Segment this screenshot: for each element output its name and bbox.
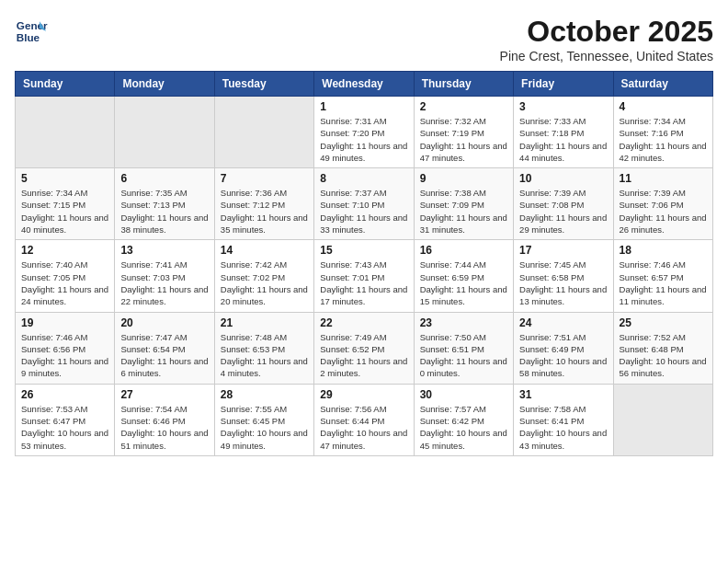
weekday-header: Wednesday: [314, 72, 414, 97]
day-number: 13: [120, 244, 208, 257]
calendar-week-row: 5Sunrise: 7:34 AMSunset: 7:15 PMDaylight…: [16, 168, 713, 240]
day-info: Sunrise: 7:58 AMSunset: 6:41 PMDaylight:…: [519, 403, 607, 452]
day-info: Sunrise: 7:38 AMSunset: 7:09 PMDaylight:…: [420, 187, 507, 236]
day-info: Sunrise: 7:41 AMSunset: 7:03 PMDaylight:…: [120, 259, 208, 307]
logo-icon: General Blue: [15, 15, 48, 48]
day-number: 10: [519, 172, 607, 185]
day-info: Sunrise: 7:36 AMSunset: 7:12 PMDaylight:…: [221, 187, 308, 236]
day-info: Sunrise: 7:47 AMSunset: 6:54 PMDaylight:…: [120, 331, 208, 380]
weekday-header: Sunday: [16, 72, 115, 97]
weekday-header: Tuesday: [214, 72, 313, 97]
day-info: Sunrise: 7:39 AMSunset: 7:08 PMDaylight:…: [519, 187, 607, 236]
title-area: October 2025 Pine Crest, Tennessee, Unit…: [500, 15, 713, 63]
calendar-week-row: 1Sunrise: 7:31 AMSunset: 7:20 PMDaylight…: [16, 97, 713, 168]
day-number: 16: [420, 244, 507, 257]
day-number: 29: [320, 388, 407, 401]
day-number: 15: [320, 244, 407, 257]
day-number: 1: [320, 100, 407, 113]
calendar-day-cell: 23Sunrise: 7:50 AMSunset: 6:51 PMDayligh…: [414, 312, 513, 384]
calendar-day-cell: 1Sunrise: 7:31 AMSunset: 7:20 PMDaylight…: [314, 97, 414, 168]
day-info: Sunrise: 7:48 AMSunset: 6:53 PMDaylight:…: [221, 331, 308, 380]
day-number: 30: [420, 388, 507, 401]
day-number: 26: [21, 388, 108, 401]
day-number: 28: [221, 388, 308, 401]
day-number: 19: [21, 316, 108, 329]
calendar-day-cell: 15Sunrise: 7:43 AMSunset: 7:01 PMDayligh…: [314, 240, 414, 312]
calendar-day-cell: 4Sunrise: 7:34 AMSunset: 7:16 PMDaylight…: [613, 97, 712, 168]
weekday-header: Monday: [115, 72, 214, 97]
calendar-day-cell: 10Sunrise: 7:39 AMSunset: 7:08 PMDayligh…: [514, 168, 613, 240]
day-number: 27: [120, 388, 208, 401]
calendar-day-cell: 26Sunrise: 7:53 AMSunset: 6:47 PMDayligh…: [16, 384, 115, 455]
page-header: General Blue October 2025 Pine Crest, Te…: [15, 15, 713, 63]
calendar-week-row: 26Sunrise: 7:53 AMSunset: 6:47 PMDayligh…: [16, 384, 713, 455]
day-info: Sunrise: 7:37 AMSunset: 7:10 PMDaylight:…: [320, 187, 407, 236]
calendar-day-cell: 17Sunrise: 7:45 AMSunset: 6:58 PMDayligh…: [514, 240, 613, 312]
calendar-week-row: 12Sunrise: 7:40 AMSunset: 7:05 PMDayligh…: [16, 240, 713, 312]
day-info: Sunrise: 7:35 AMSunset: 7:13 PMDaylight:…: [120, 187, 208, 236]
day-number: 31: [519, 388, 607, 401]
day-number: 5: [21, 172, 108, 185]
calendar-day-cell: 5Sunrise: 7:34 AMSunset: 7:15 PMDaylight…: [16, 168, 115, 240]
location: Pine Crest, Tennessee, United States: [500, 49, 713, 63]
calendar-day-cell: [115, 97, 214, 168]
day-number: 4: [620, 100, 707, 113]
day-info: Sunrise: 7:39 AMSunset: 7:06 PMDaylight:…: [620, 187, 707, 236]
day-info: Sunrise: 7:46 AMSunset: 6:57 PMDaylight:…: [620, 259, 707, 307]
calendar-day-cell: 7Sunrise: 7:36 AMSunset: 7:12 PMDaylight…: [214, 168, 313, 240]
calendar-day-cell: 31Sunrise: 7:58 AMSunset: 6:41 PMDayligh…: [514, 384, 613, 455]
calendar-day-cell: 20Sunrise: 7:47 AMSunset: 6:54 PMDayligh…: [115, 312, 214, 384]
calendar-day-cell: 6Sunrise: 7:35 AMSunset: 7:13 PMDaylight…: [115, 168, 214, 240]
calendar-day-cell: 16Sunrise: 7:44 AMSunset: 6:59 PMDayligh…: [414, 240, 513, 312]
calendar-day-cell: 29Sunrise: 7:56 AMSunset: 6:44 PMDayligh…: [314, 384, 414, 455]
day-number: 9: [420, 172, 507, 185]
day-number: 23: [420, 316, 507, 329]
day-number: 6: [120, 172, 208, 185]
day-info: Sunrise: 7:57 AMSunset: 6:42 PMDaylight:…: [420, 403, 507, 452]
logo: General Blue: [15, 15, 48, 48]
calendar-day-cell: 30Sunrise: 7:57 AMSunset: 6:42 PMDayligh…: [414, 384, 513, 455]
day-info: Sunrise: 7:50 AMSunset: 6:51 PMDaylight:…: [420, 331, 507, 380]
day-info: Sunrise: 7:56 AMSunset: 6:44 PMDaylight:…: [320, 403, 407, 452]
calendar-day-cell: 18Sunrise: 7:46 AMSunset: 6:57 PMDayligh…: [613, 240, 712, 312]
day-number: 17: [519, 244, 607, 257]
calendar-day-cell: 21Sunrise: 7:48 AMSunset: 6:53 PMDayligh…: [214, 312, 313, 384]
svg-text:Blue: Blue: [17, 31, 40, 43]
calendar-day-cell: 13Sunrise: 7:41 AMSunset: 7:03 PMDayligh…: [115, 240, 214, 312]
day-number: 21: [221, 316, 308, 329]
calendar-day-cell: 28Sunrise: 7:55 AMSunset: 6:45 PMDayligh…: [214, 384, 313, 455]
calendar-day-cell: [16, 97, 115, 168]
day-number: 20: [120, 316, 208, 329]
calendar-day-cell: 27Sunrise: 7:54 AMSunset: 6:46 PMDayligh…: [115, 384, 214, 455]
calendar-day-cell: 24Sunrise: 7:51 AMSunset: 6:49 PMDayligh…: [514, 312, 613, 384]
day-info: Sunrise: 7:54 AMSunset: 6:46 PMDaylight:…: [120, 403, 208, 452]
day-info: Sunrise: 7:34 AMSunset: 7:16 PMDaylight:…: [620, 115, 707, 164]
day-number: 22: [320, 316, 407, 329]
weekday-header: Friday: [514, 72, 613, 97]
day-info: Sunrise: 7:45 AMSunset: 6:58 PMDaylight:…: [519, 259, 607, 307]
calendar-table: SundayMondayTuesdayWednesdayThursdayFrid…: [15, 71, 713, 456]
day-info: Sunrise: 7:42 AMSunset: 7:02 PMDaylight:…: [221, 259, 308, 307]
calendar-day-cell: [613, 384, 712, 455]
calendar-week-row: 19Sunrise: 7:46 AMSunset: 6:56 PMDayligh…: [16, 312, 713, 384]
day-number: 3: [519, 100, 607, 113]
day-info: Sunrise: 7:55 AMSunset: 6:45 PMDaylight:…: [221, 403, 308, 452]
weekday-header: Saturday: [613, 72, 712, 97]
day-info: Sunrise: 7:31 AMSunset: 7:20 PMDaylight:…: [320, 115, 407, 164]
calendar-day-cell: 8Sunrise: 7:37 AMSunset: 7:10 PMDaylight…: [314, 168, 414, 240]
calendar-day-cell: 9Sunrise: 7:38 AMSunset: 7:09 PMDaylight…: [414, 168, 513, 240]
day-number: 24: [519, 316, 607, 329]
day-info: Sunrise: 7:53 AMSunset: 6:47 PMDaylight:…: [21, 403, 108, 452]
day-number: 2: [420, 100, 507, 113]
day-info: Sunrise: 7:33 AMSunset: 7:18 PMDaylight:…: [519, 115, 607, 164]
day-info: Sunrise: 7:52 AMSunset: 6:48 PMDaylight:…: [620, 331, 707, 380]
calendar-day-cell: 3Sunrise: 7:33 AMSunset: 7:18 PMDaylight…: [514, 97, 613, 168]
day-number: 7: [221, 172, 308, 185]
calendar-day-cell: 12Sunrise: 7:40 AMSunset: 7:05 PMDayligh…: [16, 240, 115, 312]
calendar-day-cell: 22Sunrise: 7:49 AMSunset: 6:52 PMDayligh…: [314, 312, 414, 384]
day-number: 14: [221, 244, 308, 257]
day-info: Sunrise: 7:40 AMSunset: 7:05 PMDaylight:…: [21, 259, 108, 307]
day-number: 8: [320, 172, 407, 185]
day-info: Sunrise: 7:51 AMSunset: 6:49 PMDaylight:…: [519, 331, 607, 380]
day-info: Sunrise: 7:34 AMSunset: 7:15 PMDaylight:…: [21, 187, 108, 236]
